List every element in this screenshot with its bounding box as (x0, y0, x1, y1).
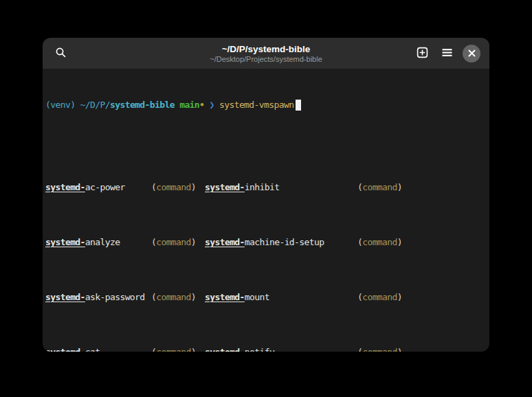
completion-description: (command) (357, 291, 402, 304)
desktop: { "window": { "title": "~/D/P/systemd-bi… (0, 0, 532, 397)
completion-menu: systemd-ac-power(command) systemd-analyz… (45, 153, 489, 352)
completion-column-left: systemd-ac-power(command) systemd-analyz… (45, 153, 196, 352)
completion-command-name: systemd-cat (45, 345, 100, 352)
prompt-line: (venv) ~/D/P/systemd-bible main• ❯ syste… (45, 98, 489, 112)
completion-command-name: systemd-ask-password (45, 291, 145, 304)
git-branch: main (175, 98, 199, 112)
window-title-block: ~/D/P/systemd-bible ~/Desktop/Projects/s… (210, 43, 322, 63)
completion-item: systemd-machine-id-setup(command) (205, 236, 402, 249)
completion-item: systemd-mount(command) (205, 291, 402, 304)
headerbar: ~/D/P/systemd-bible ~/Desktop/Projects/s… (43, 38, 489, 69)
completion-column-right: systemd-inhibit(command) systemd-machine… (205, 153, 402, 352)
prompt-path-prefix: ~/D/P/ (80, 98, 110, 112)
completion-description: (command) (357, 236, 402, 249)
window-title: ~/D/P/systemd-bible (210, 43, 322, 54)
venv-indicator: (venv) (45, 98, 80, 112)
search-button[interactable] (48, 41, 73, 66)
close-icon (463, 45, 480, 63)
terminal[interactable]: (venv) ~/D/P/systemd-bible main• ❯ syste… (43, 69, 489, 352)
completion-item: systemd-ask-password(command) (45, 291, 196, 304)
close-button[interactable] (459, 41, 484, 66)
prompt-chevron: ❯ (204, 98, 219, 112)
hamburger-menu-icon (441, 47, 453, 60)
completion-command-name: systemd-machine-id-setup (205, 236, 324, 249)
completion-item: systemd-ac-power(command) (45, 181, 196, 194)
completion-description: (command) (151, 291, 196, 304)
text-cursor (296, 100, 301, 111)
new-tab-button[interactable] (410, 41, 434, 66)
completion-description: (command) (151, 181, 196, 194)
menu-button[interactable] (434, 41, 459, 66)
completion-description: (command) (357, 345, 402, 352)
completion-description: (command) (151, 345, 196, 352)
prompt-path-name: systemd-bible (110, 98, 175, 112)
completion-command-name: systemd-mount (205, 291, 269, 304)
completion-command-name: systemd-analyze (45, 236, 120, 249)
window-subtitle: ~/Desktop/Projects/systemd-bible (210, 54, 322, 63)
completion-item: systemd-analyze(command) (45, 236, 196, 249)
search-icon (55, 47, 67, 60)
git-dirty-dot: • (199, 98, 204, 112)
completion-description: (command) (151, 236, 196, 249)
typed-command: systemd-vmspawn (219, 98, 293, 112)
completion-item: systemd-cat(command) (45, 345, 196, 352)
completion-description: (command) (357, 181, 402, 194)
completion-command-name: systemd-notify (205, 345, 274, 352)
completion-item: systemd-notify(command) (205, 345, 402, 352)
console-window: ~/D/P/systemd-bible ~/Desktop/Projects/s… (43, 38, 489, 352)
completion-command-name: systemd-ac-power (45, 181, 125, 194)
completion-command-name: systemd-inhibit (205, 181, 279, 194)
new-tab-icon (417, 47, 428, 60)
completion-item: systemd-inhibit(command) (205, 181, 402, 194)
